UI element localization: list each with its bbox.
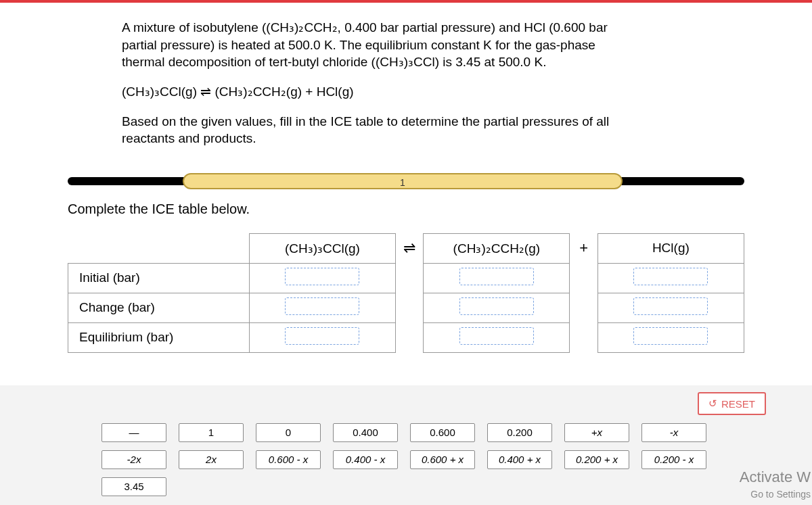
dropzone[interactable] [459, 268, 534, 285]
tile[interactable]: 1 [179, 423, 244, 442]
tile[interactable]: -x [641, 423, 706, 442]
table-row: Change (bar) [68, 293, 744, 322]
progress-fill: 1 [183, 173, 623, 189]
instruction-text: Complete the ICE table below. [68, 201, 812, 217]
dropzone[interactable] [285, 297, 359, 315]
answer-tiles-area: ↺ RESET — 1 0 0.400 0.600 0.200 +x -x -2… [0, 385, 812, 505]
tile[interactable]: 0 [256, 423, 321, 442]
cell[interactable] [249, 263, 395, 293]
progress-bar: 1 [68, 173, 744, 189]
question-text: A mixture of isobutylene ((CH₃)₂CCH₂, 0.… [0, 3, 656, 166]
dropzone[interactable] [633, 327, 708, 345]
dropzone[interactable] [633, 268, 708, 285]
table-row: Equilibrium (bar) [68, 322, 744, 352]
reset-button[interactable]: ↺ RESET [698, 392, 766, 415]
dropzone[interactable] [285, 327, 359, 345]
spacer [570, 322, 597, 352]
undo-icon: ↺ [708, 398, 717, 410]
table-corner [68, 233, 250, 263]
row-label: Equilibrium (bar) [68, 322, 250, 352]
ice-table: (CH₃)₃CCl(g) ⇌ (CH₃)₂CCH₂(g) + HCl(g) In… [68, 233, 744, 353]
cell[interactable] [424, 322, 570, 352]
tile[interactable]: 0.200 - x [641, 450, 706, 469]
tile[interactable]: 0.400 [333, 423, 398, 442]
tile-row: 3.45 [102, 477, 812, 496]
equilibrium-symbol: ⇌ [396, 233, 424, 263]
tile[interactable]: 0.600 - x [256, 450, 321, 469]
dropzone[interactable] [459, 327, 534, 345]
spacer [396, 263, 424, 293]
tile[interactable]: +x [564, 423, 629, 442]
windows-watermark-1: Activate W [740, 468, 811, 486]
dropzone[interactable] [633, 297, 708, 315]
col-header-3: HCl(g) [597, 233, 744, 263]
tile-row: — 1 0 0.400 0.600 0.200 +x -x [102, 423, 812, 442]
cell[interactable] [249, 293, 395, 322]
question-p1: A mixture of isobutylene ((CH₃)₂CCH₂, 0.… [122, 19, 616, 71]
tile[interactable]: 0.200 + x [564, 450, 629, 469]
tile[interactable]: 2x [179, 450, 244, 469]
cell[interactable] [424, 293, 570, 322]
tile[interactable]: 0.200 [487, 423, 552, 442]
table-row: Initial (bar) [68, 263, 744, 293]
windows-watermark-2: Go to Settings [750, 489, 811, 500]
spacer [570, 293, 597, 322]
question-p2: (CH₃)₃CCl(g) ⇌ (CH₃)₂CCH₂(g) + HCl(g) [122, 83, 616, 101]
tile[interactable]: 3.45 [102, 477, 166, 496]
cell[interactable] [249, 322, 395, 352]
tile[interactable]: 0.400 + x [487, 450, 552, 469]
cell[interactable] [597, 293, 744, 322]
tile[interactable]: 0.400 - x [333, 450, 398, 469]
col-header-1: (CH₃)₃CCl(g) [249, 233, 395, 263]
tile[interactable]: -2x [102, 450, 166, 469]
row-label: Initial (bar) [68, 263, 250, 293]
tile[interactable]: 0.600 [410, 423, 475, 442]
dropzone[interactable] [459, 297, 534, 315]
tile[interactable]: — [102, 423, 166, 442]
row-label: Change (bar) [68, 293, 250, 322]
cell[interactable] [424, 263, 570, 293]
spacer [396, 322, 424, 352]
question-p3: Based on the given values, fill in the I… [122, 113, 616, 147]
spacer [570, 263, 597, 293]
dropzone[interactable] [285, 268, 359, 285]
tile-row: -2x 2x 0.600 - x 0.400 - x 0.600 + x 0.4… [102, 450, 812, 469]
col-header-2: (CH₃)₂CCH₂(g) [424, 233, 570, 263]
cell[interactable] [597, 263, 744, 293]
reset-label: RESET [721, 398, 755, 410]
spacer [396, 293, 424, 322]
tile[interactable]: 0.600 + x [410, 450, 475, 469]
progress-step-label: 1 [400, 177, 405, 188]
plus-symbol: + [570, 233, 597, 263]
cell[interactable] [597, 322, 744, 352]
